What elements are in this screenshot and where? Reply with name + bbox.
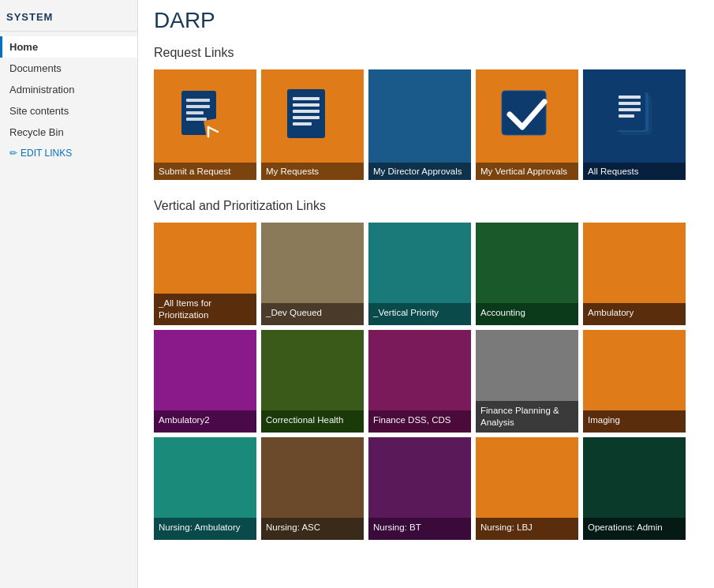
sidebar-item-recycle-bin[interactable]: Recycle Bin (0, 122, 137, 143)
svg-rect-27 (619, 96, 641, 99)
svg-rect-30 (619, 114, 634, 118)
all-requests-icon-area (583, 69, 686, 163)
vp-tile-color-ambulatory2 (154, 330, 256, 410)
svg-rect-8 (287, 89, 325, 138)
vp-tile-label-finance-dss-cds: Finance DSS, CDS (368, 410, 471, 433)
vp-tile-color-nursing-ambulatory (154, 437, 256, 518)
vp-tile-all-items[interactable]: _All Items for Prioritization (154, 223, 256, 325)
vp-tile-correctional-health[interactable]: Correctional Health (261, 330, 364, 433)
vp-tile-nursing-ambulatory[interactable]: Nursing: Ambulatory (154, 437, 256, 540)
svg-rect-12 (293, 116, 320, 119)
vp-tile-label-nursing-ambulatory: Nursing: Ambulatory (154, 518, 256, 540)
vp-tile-operations-admin[interactable]: Operations: Admin (583, 437, 686, 540)
vp-tile-color-ambulatory (583, 223, 686, 303)
vp-tile-nursing-lbj[interactable]: Nursing: LBJ (476, 437, 578, 540)
svg-rect-2 (186, 105, 210, 108)
sidebar-item-site-contents[interactable]: Site contents (0, 100, 137, 122)
sidebar-nav: Home Documents Administration Site conte… (0, 36, 137, 143)
vp-tiles-grid: _All Items for Prioritization_Dev Queued… (154, 223, 698, 540)
vp-tile-color-imaging (583, 330, 686, 410)
vp-tile-label-accounting: Accounting (476, 303, 578, 325)
svg-rect-28 (619, 102, 641, 105)
submit-request-icon-area (154, 69, 256, 163)
vp-tile-nursing-asc[interactable]: Nursing: ASC (261, 437, 364, 540)
vertical-approvals-icon-area (476, 69, 578, 163)
svg-rect-3 (186, 111, 204, 114)
my-requests-tile[interactable]: My Requests (261, 69, 364, 180)
vertical-approvals-label: My Vertical Approvals (476, 163, 578, 180)
svg-rect-5 (204, 118, 226, 140)
vp-tile-label-operations-admin: Operations: Admin (583, 518, 686, 540)
page-title: DARP (154, 8, 698, 33)
vp-tile-color-nursing-asc (261, 437, 364, 518)
vp-tile-color-nursing-lbj (476, 437, 578, 518)
vp-links-title: Vertical and Prioritization Links (154, 199, 698, 213)
vp-tile-ambulatory2[interactable]: Ambulatory2 (154, 330, 256, 433)
sidebar-item-home[interactable]: Home (0, 36, 137, 58)
svg-rect-4 (186, 118, 207, 121)
vp-tile-label-all-items: _All Items for Prioritization (154, 294, 256, 325)
submit-request-tile[interactable]: Submit a Request (154, 69, 256, 180)
vp-tile-imaging[interactable]: Imaging (583, 330, 686, 433)
svg-rect-1 (186, 99, 210, 102)
doc-edit-icon (174, 84, 237, 148)
director-approvals-label: My Director Approvals (368, 163, 471, 180)
vp-tile-finance-dss-cds[interactable]: Finance DSS, CDS (368, 330, 471, 433)
submit-request-label: Submit a Request (154, 163, 256, 180)
check-icon (495, 84, 559, 148)
vp-tile-label-ambulatory2: Ambulatory2 (154, 410, 256, 433)
vp-tile-color-vertical-priority (368, 223, 471, 303)
vp-tile-color-operations-admin (583, 437, 686, 518)
my-requests-icon-area (261, 69, 364, 163)
vp-tile-dev-queued[interactable]: _Dev Queued (261, 223, 364, 325)
svg-rect-10 (293, 103, 320, 107)
vp-tile-color-dev-queued (261, 223, 364, 303)
edit-links-button[interactable]: ✏ EDIT LINKS (0, 143, 137, 163)
sidebar: SYSTEM Home Documents Administration Sit… (0, 0, 138, 588)
logo-area: SYSTEM (0, 8, 137, 32)
vp-tile-color-finance-planning (476, 330, 578, 401)
edit-links-label: EDIT LINKS (21, 148, 72, 159)
vp-tile-label-ambulatory: Ambulatory (583, 303, 686, 325)
all-requests-label: All Requests (583, 163, 686, 180)
vp-tile-ambulatory[interactable]: Ambulatory (583, 223, 686, 325)
vp-tile-label-imaging: Imaging (583, 410, 686, 433)
my-vertical-approvals-tile[interactable]: My Vertical Approvals (476, 69, 578, 180)
vp-tile-label-nursing-bt: Nursing: BT (368, 518, 471, 540)
sidebar-item-administration[interactable]: Administration (0, 79, 137, 100)
vp-tile-color-all-items (154, 223, 256, 294)
vp-tile-color-nursing-bt (368, 437, 471, 518)
request-links-title: Request Links (154, 46, 698, 60)
doc-list-icon (281, 84, 344, 148)
sidebar-item-documents[interactable]: Documents (0, 58, 137, 79)
doc-stack-icon (603, 84, 666, 148)
request-links-row: Submit a Request My Requests (154, 69, 698, 180)
my-requests-label: My Requests (261, 163, 364, 180)
svg-rect-29 (619, 108, 641, 111)
vp-tile-label-correctional-health: Correctional Health (261, 410, 364, 433)
vp-tile-nursing-bt[interactable]: Nursing: BT (368, 437, 471, 540)
vp-tile-label-nursing-asc: Nursing: ASC (261, 518, 364, 540)
vp-tile-label-nursing-lbj: Nursing: LBJ (476, 518, 578, 540)
svg-rect-11 (293, 110, 320, 113)
vp-tile-finance-planning[interactable]: Finance Planning & Analysis (476, 330, 578, 433)
vp-tile-label-dev-queued: _Dev Queued (261, 303, 364, 325)
vp-tile-color-accounting (476, 223, 578, 303)
vp-tile-label-vertical-priority: _Vertical Priority (368, 303, 471, 325)
svg-rect-13 (293, 122, 312, 125)
vp-tile-vertical-priority[interactable]: _Vertical Priority (368, 223, 471, 325)
vp-tile-label-finance-planning: Finance Planning & Analysis (476, 401, 578, 433)
main-content: DARP Request Links Su (138, 0, 714, 588)
vp-tile-color-correctional-health (261, 330, 364, 410)
my-director-approvals-tile[interactable]: My Director Approvals (368, 69, 471, 180)
vp-tile-accounting[interactable]: Accounting (476, 223, 578, 325)
logo-text: SYSTEM (6, 11, 53, 23)
all-requests-tile[interactable]: All Requests (583, 69, 686, 180)
svg-rect-9 (293, 97, 320, 100)
vp-tile-color-finance-dss-cds (368, 330, 471, 410)
pencil-icon: ✏ (9, 148, 17, 159)
